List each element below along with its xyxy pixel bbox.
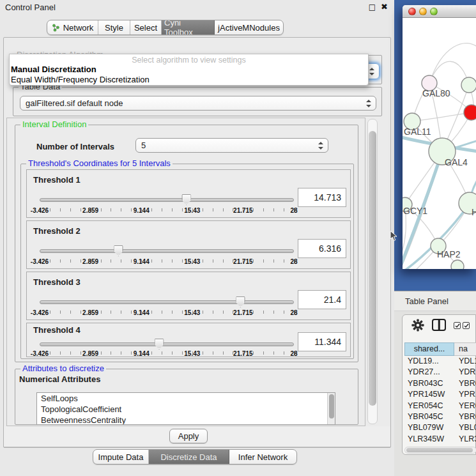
dropdown-option-equal-width[interactable]: Equal Width/Frequency Discretization [10, 75, 368, 85]
close-traffic-light-icon[interactable] [408, 8, 416, 15]
slider-thumb[interactable] [181, 194, 191, 205]
combobox-value: galFiltered.sif default node [26, 98, 123, 108]
tab-impute-data[interactable]: Impute Data [93, 450, 149, 464]
threshold-4-slider[interactable] [40, 340, 294, 350]
table-toolbar [403, 315, 475, 341]
attributes-group: Attributes to discretize Numerical Attri… [15, 369, 358, 425]
node-gal11 [404, 113, 420, 130]
combobox-arrows-icon [369, 68, 374, 75]
network-graph [403, 18, 476, 269]
threshold-2-slider[interactable] [40, 247, 294, 257]
column-header-name[interactable]: na [454, 342, 476, 356]
desktop-background: GAL80 GAL11 GAL4 GCY1 H HAP2 [394, 0, 476, 291]
tab-cyni-toolbox[interactable]: Cyni Toolbox [162, 20, 215, 35]
node-hap2 [431, 238, 446, 254]
control-panel-titlebar[interactable]: Control Panel □ ✖ [0, 0, 394, 15]
tab-label: Infer Network [238, 452, 288, 462]
slider-track[interactable] [40, 300, 294, 304]
table-row[interactable]: YER054CYER0 [404, 401, 476, 411]
table-row[interactable]: YPR145WYPR1 [404, 389, 476, 400]
tab-style[interactable]: Style [98, 20, 130, 35]
combobox-arrows-icon [366, 100, 371, 107]
threshold-4-value-field[interactable]: 11.344 [298, 332, 346, 351]
tab-select[interactable]: Select [130, 20, 162, 35]
combobox-value: 5 [141, 141, 146, 150]
list-item[interactable]: SelfLoops [37, 393, 335, 404]
node-gal4 [429, 138, 456, 165]
window-title: Control Panel [5, 3, 56, 12]
threshold-3-slider[interactable] [40, 298, 294, 308]
zoom-traffic-light-icon[interactable] [430, 8, 438, 15]
threshold-3-panel: Threshold 3 -3.4262.8599.14415.4321.7152… [26, 272, 351, 320]
network-view-window: GAL80 GAL11 GAL4 GCY1 H HAP2 [403, 5, 476, 269]
threshold-1-panel: Threshold 1 -3.4262.8599.14415.4321.7152… [26, 169, 351, 218]
threshold-2-value-field[interactable]: 6.316 [298, 239, 346, 258]
panel-vertical-scrollbar[interactable] [367, 119, 378, 424]
dropdown-option-manual[interactable]: Manual Discretization [10, 65, 368, 75]
table-panel-title: Table Panel [405, 296, 449, 306]
apply-strip: Apply [4, 426, 390, 447]
network-canvas[interactable]: GAL80 GAL11 GAL4 GCY1 H HAP2 [403, 18, 476, 269]
slider-tick-labels: -3.4262.8599.14415.4321.71528 [40, 309, 294, 318]
table-row[interactable]: YBR045CYBR0 [404, 411, 476, 422]
node-attribute-table: shared... na YDL19...YDL1 YDR27...YDR2 Y… [404, 342, 476, 445]
apply-button[interactable]: Apply [169, 429, 208, 443]
slider-track[interactable] [40, 249, 294, 253]
table-panel-titlebar[interactable]: Table Panel [394, 291, 476, 311]
tab-label: Discretize Data [160, 452, 217, 462]
node-bottom [451, 260, 464, 269]
slider-thumb[interactable] [114, 245, 123, 256]
tab-jactivemnodules[interactable]: jActiveMNodules [215, 20, 283, 35]
group-title: Interval Definition [20, 120, 88, 129]
node-red-selected [464, 105, 476, 120]
slider-track[interactable] [40, 342, 294, 346]
threshold-3-value-field[interactable]: 21.4 [298, 290, 346, 309]
tab-label: Cyni Toolbox [164, 20, 211, 35]
slider-track[interactable] [40, 198, 294, 202]
checkbox-icon-2[interactable] [463, 322, 470, 329]
float-window-icon[interactable]: □ [369, 3, 376, 12]
threshold-label: Threshold 1 [33, 175, 81, 185]
split-columns-icon[interactable] [432, 319, 446, 331]
table-row[interactable]: YLR345WYLR3 [404, 434, 476, 445]
table-data-combobox[interactable]: galFiltered.sif default node [20, 96, 376, 111]
slider-thumb[interactable] [236, 296, 245, 307]
tab-infer-network[interactable]: Infer Network [229, 450, 296, 464]
bottom-tabbar: Impute Data Discretize Data Infer Networ… [93, 449, 297, 464]
close-window-icon[interactable]: ✖ [381, 2, 388, 12]
list-item[interactable]: BetweennessCentrality [37, 415, 335, 425]
minimize-traffic-light-icon[interactable] [419, 8, 427, 15]
table-row[interactable]: YBL079WYBL0 [404, 422, 476, 433]
slider-thumb[interactable] [155, 339, 164, 349]
table-row[interactable]: YBR043CYBR0 [404, 378, 476, 389]
threshold-1-slider[interactable] [40, 196, 294, 206]
table-panel: shared... na YDL19...YDL1 YDR27...YDR2 Y… [402, 314, 476, 455]
tab-label: jActiveMNodules [218, 23, 280, 33]
screenshot-root: Control Panel □ ✖ Network Style [0, 0, 476, 476]
table-data-group: Table Data galFiltered.sif default node [13, 87, 382, 116]
tab-network[interactable]: Network [47, 20, 98, 35]
threshold-1-value-field[interactable]: 14.713 [298, 188, 346, 207]
group-title: Threshold's Coordinates for 5 Intervals [26, 159, 173, 168]
dropdown-hint: Select algorithm to view settings [10, 54, 368, 65]
node-gal80 [422, 75, 437, 91]
network-window-titlebar[interactable] [403, 5, 476, 18]
threshold-label: Threshold 4 [33, 325, 81, 335]
tab-label: Style [105, 23, 123, 33]
column-header-shared-name[interactable]: shared... [404, 342, 454, 356]
settings-scroll-viewport: Interval Definition Number of Intervals … [6, 118, 365, 426]
table-horizontal-scrollbar[interactable] [404, 447, 476, 454]
gear-icon[interactable] [411, 319, 424, 334]
number-of-intervals-combobox[interactable]: 5 [135, 138, 328, 153]
list-item[interactable]: TopologicalCoefficient [37, 404, 335, 415]
checkbox-icon-1[interactable] [454, 322, 461, 329]
thresholds-group: Threshold's Coordinates for 5 Intervals … [20, 164, 354, 359]
tab-label: Network [63, 23, 94, 33]
list-scrollbar[interactable] [327, 393, 335, 424]
tab-discretize-data[interactable]: Discretize Data [149, 450, 229, 464]
tab-label: Select [134, 23, 157, 33]
numerical-attributes-list: SelfLoops TopologicalCoefficient Between… [36, 392, 335, 425]
table-row[interactable]: YDR27...YDR2 [404, 367, 476, 378]
table-row[interactable]: YDL19...YDL1 [404, 356, 476, 367]
table-row[interactable]: YIL052CYIL0 [404, 445, 476, 445]
